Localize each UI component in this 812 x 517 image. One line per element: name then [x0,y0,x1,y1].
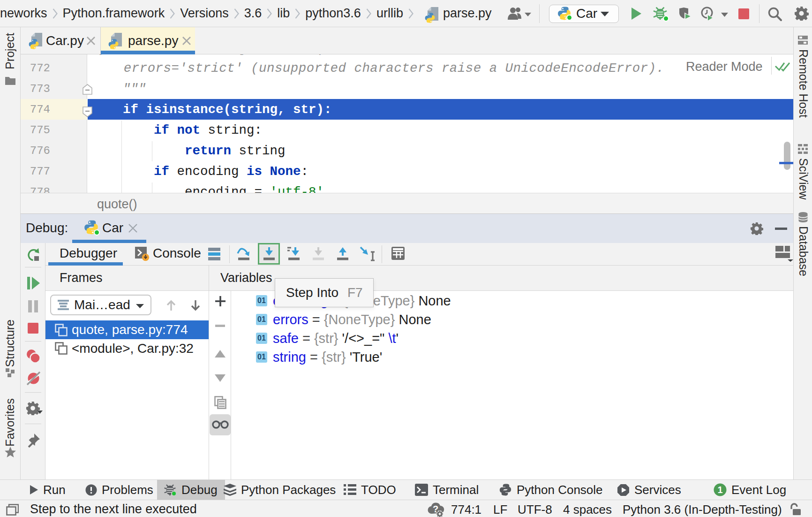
svg-text:1: 1 [717,485,722,495]
